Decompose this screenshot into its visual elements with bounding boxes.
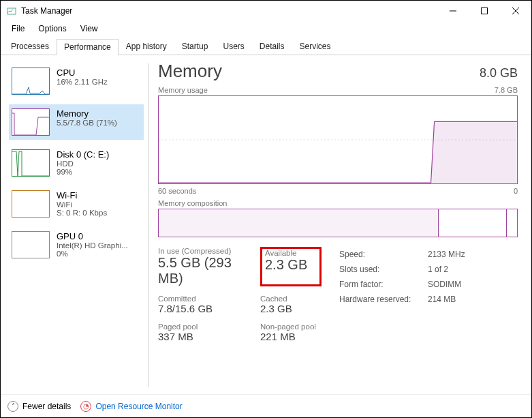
- footer: ˄ Fewer details ◔ Open Resource Monitor: [1, 394, 531, 417]
- usage-chart-max: 7.8 GB: [495, 86, 518, 94]
- paged-label: Paged pool: [158, 323, 260, 331]
- form-label: Form factor:: [339, 277, 428, 292]
- memory-thumbnail: [12, 108, 50, 136]
- nonpaged-value: 221 MB: [260, 331, 322, 342]
- sidebar-item-label: Wi-Fi: [57, 190, 107, 200]
- speed-label: Speed:: [339, 247, 428, 262]
- sidebar-item-memory[interactable]: Memory 5.5/7.8 GB (71%): [9, 104, 144, 140]
- tabbar: Processes Performance App history Startu…: [1, 38, 531, 55]
- sidebar-item-sub: 5.5/7.8 GB (71%): [57, 119, 117, 127]
- menu-view[interactable]: View: [74, 23, 105, 35]
- wifi-thumbnail: [12, 190, 50, 218]
- sidebar-item-label: Memory: [57, 108, 117, 119]
- page-title: Memory: [158, 61, 222, 82]
- usage-chart-label: Memory usage: [158, 86, 208, 94]
- svg-marker-6: [431, 121, 517, 183]
- slots-value: 1 of 2: [428, 262, 448, 277]
- cached-label: Cached: [260, 295, 322, 303]
- performance-body: CPU 16% 2.11 GHz Memory 5.5/7.8 GB (71%)…: [1, 55, 531, 395]
- speed-value: 2133 MHz: [428, 247, 465, 262]
- menubar: File Options View: [1, 21, 531, 36]
- tab-performance[interactable]: Performance: [57, 39, 119, 55]
- menu-options[interactable]: Options: [31, 23, 73, 35]
- paged-value: 337 MB: [158, 331, 260, 342]
- open-resource-monitor-link[interactable]: ◔ Open Resource Monitor: [80, 401, 182, 412]
- tab-users[interactable]: Users: [215, 38, 251, 55]
- inuse-value: 5.5 GB (293 MB): [158, 255, 260, 286]
- minimize-button[interactable]: [437, 1, 469, 21]
- cpu-thumbnail: [12, 68, 50, 95]
- memory-stats: In use (Compressed) 5.5 GB (293 MB) Avai…: [158, 247, 518, 342]
- memory-composition-chart[interactable]: [158, 209, 518, 237]
- close-button[interactable]: [500, 1, 531, 21]
- sidebar-item-sub2: 0%: [57, 250, 128, 258]
- sidebar-item-gpu[interactable]: GPU 0 Intel(R) HD Graphi... 0%: [9, 227, 144, 263]
- available-highlight: Available 2.3 GB: [260, 247, 322, 286]
- menu-file[interactable]: File: [5, 23, 31, 35]
- committed-value: 7.8/15.6 GB: [158, 303, 260, 314]
- sidebar-item-sub2: 99%: [57, 168, 109, 176]
- axis-right: 0: [514, 187, 518, 195]
- sidebar-item-label: CPU: [57, 68, 108, 78]
- slots-label: Slots used:: [339, 262, 428, 277]
- open-resource-monitor-label: Open Resource Monitor: [95, 402, 182, 411]
- memory-usage-chart[interactable]: [158, 95, 518, 184]
- vertical-divider: [148, 63, 148, 387]
- sidebar-item-sub: WiFi: [57, 200, 107, 209]
- axis-left: 60 seconds: [158, 187, 196, 195]
- app-icon: [6, 5, 17, 16]
- resource-sidebar: CPU 16% 2.11 GHz Memory 5.5/7.8 GB (71%)…: [1, 55, 146, 395]
- chevron-up-icon: ˄: [7, 401, 18, 412]
- form-value: SODIMM: [428, 277, 461, 292]
- titlebar: Task Manager: [1, 1, 531, 21]
- gpu-thumbnail: [12, 231, 50, 258]
- cached-value: 2.3 GB: [260, 303, 322, 314]
- tab-processes[interactable]: Processes: [3, 38, 57, 55]
- memory-capacity: 8.0 GB: [480, 66, 518, 80]
- committed-label: Committed: [158, 295, 260, 303]
- sidebar-item-wifi[interactable]: Wi-Fi WiFi S: 0 R: 0 Kbps: [9, 186, 144, 222]
- tab-services[interactable]: Services: [292, 38, 339, 55]
- memory-specs: Speed:2133 MHz Slots used:1 of 2 Form fa…: [339, 247, 465, 342]
- tab-startup[interactable]: Startup: [174, 38, 216, 55]
- composition-label: Memory composition: [158, 199, 518, 207]
- fewer-details-label: Fewer details: [22, 402, 71, 411]
- disk-thumbnail: [12, 149, 50, 177]
- sidebar-item-sub: HDD: [57, 160, 109, 168]
- window-title: Task Manager: [21, 6, 72, 16]
- inuse-label: In use (Compressed): [158, 247, 260, 255]
- sidebar-item-sub: Intel(R) HD Graphi...: [57, 241, 128, 250]
- svg-rect-2: [482, 8, 488, 14]
- reserved-label: Hardware reserved:: [339, 292, 428, 307]
- sidebar-item-sub2: S: 0 R: 0 Kbps: [57, 209, 107, 217]
- sidebar-item-label: Disk 0 (C: E:): [57, 149, 109, 160]
- resource-monitor-icon: ◔: [80, 401, 91, 412]
- sidebar-item-cpu[interactable]: CPU 16% 2.11 GHz: [9, 63, 144, 99]
- available-value: 2.3 GB: [265, 257, 317, 273]
- window-controls: [437, 1, 531, 21]
- sidebar-item-label: GPU 0: [57, 231, 128, 241]
- fewer-details-button[interactable]: ˄ Fewer details: [7, 401, 71, 412]
- maximize-button[interactable]: [469, 1, 500, 21]
- tab-details[interactable]: Details: [252, 38, 292, 55]
- main-panel: Memory 8.0 GB Memory usage 7.8 GB 60 sec…: [158, 55, 531, 395]
- sidebar-item-disk[interactable]: Disk 0 (C: E:) HDD 99%: [9, 145, 144, 181]
- sidebar-item-sub: 16% 2.11 GHz: [57, 78, 108, 86]
- nonpaged-label: Non-paged pool: [260, 323, 322, 331]
- tab-apphistory[interactable]: App history: [119, 38, 174, 55]
- available-label: Available: [265, 249, 317, 257]
- reserved-value: 214 MB: [428, 292, 456, 307]
